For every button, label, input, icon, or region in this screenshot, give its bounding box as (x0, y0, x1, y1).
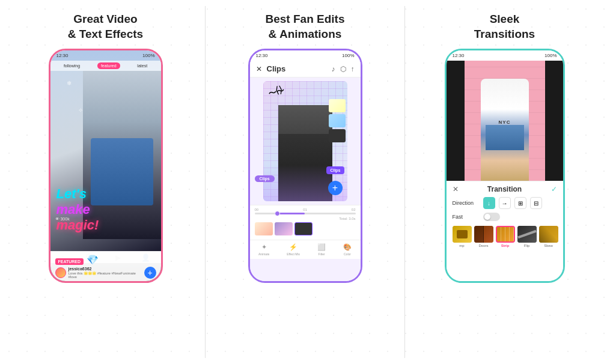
phone3-panel-header: ✕ Transition ✓ (453, 185, 557, 193)
phone1-username: jessica6362 (69, 267, 144, 271)
thumb-strip-img (496, 226, 515, 243)
phone2-status-bar: 12:30 100% (250, 50, 361, 61)
phone3-direction-row: Direction ↓ → ⊞ ⊟ (453, 197, 557, 209)
phone2-clip-thumb-2[interactable] (275, 222, 293, 235)
music-icon[interactable]: ♪ (332, 65, 335, 73)
direction-down-button[interactable]: ↓ (483, 197, 495, 209)
phone3-transition-thumbnails: mp Doors (453, 226, 557, 247)
thumb-strip-label: Strip (501, 244, 510, 247)
phone3-transition-panel: ✕ Transition ✓ Direction ↓ → ⊞ ⊟ Fas (447, 181, 563, 251)
transition-thumb-strip[interactable]: Strip (496, 226, 515, 247)
phone3-video-center: NYC (465, 61, 545, 181)
phone3-girl-silhouette: NYC (481, 79, 529, 181)
phone2-header-icons: ♪ ⬡ ↑ (332, 65, 355, 73)
effect-mix-icon: ⚡ (289, 243, 297, 251)
thumb-skew-label: Skew (544, 244, 553, 247)
phone2-timeline-thumb[interactable] (275, 211, 280, 216)
phone1-time: 12:30 (56, 53, 69, 58)
phone2-girl-figure (278, 105, 332, 201)
thumb-flip-label: Flip (524, 244, 530, 247)
direction-label: Direction (453, 200, 480, 206)
transition-thumb-skew[interactable]: Skew (539, 226, 558, 247)
animate-label: Animate (258, 252, 269, 256)
divider-1 (205, 6, 206, 358)
phone2-nav-effect-mix[interactable]: ⚡ Effect Mix (287, 243, 300, 256)
col2-title-line2: & Animations (269, 28, 342, 40)
thumb-doors-label: Doors (478, 244, 488, 247)
phone2-thumb-item-2 (329, 114, 346, 127)
column-3-title: Sleek Transitions (474, 6, 535, 41)
phone2-clip-thumb-3[interactable] (294, 222, 313, 235)
phone3-screen: 12:30 100% NYC (447, 50, 563, 281)
layers-icon[interactable]: ⬡ (340, 65, 346, 73)
phone1-make-text: make (56, 202, 99, 217)
color-label: Color (344, 252, 351, 256)
phone2-clips-tab[interactable]: Clips (255, 175, 275, 182)
direction-right-button[interactable]: → (499, 197, 511, 209)
phone2-add-button[interactable]: + (328, 181, 343, 195)
panel-title: Transition (487, 185, 522, 193)
phone1-love-text: Love this 🌟🌟🌟 #feature #NewFunimate #lov… (69, 271, 144, 279)
phone2-thumb-item-1 (329, 99, 346, 112)
phone3-video-right-bar (545, 61, 563, 181)
phone1-avatar (55, 267, 66, 278)
column-1-title: Great Video & Text Effects (68, 6, 143, 41)
phone2-nav-animate[interactable]: ✦ Animate (258, 243, 269, 256)
transition-thumb-doors[interactable]: Doors (474, 226, 493, 247)
phone1-nav-latest[interactable]: latest (133, 62, 151, 69)
phone2-timeline-markers: 000102 (255, 208, 356, 211)
phone2-clips-title: Clips (267, 64, 327, 73)
phone2-nav-color[interactable]: 🎨 Color (343, 243, 352, 256)
filter-label: Filter (318, 252, 325, 256)
phone2-canvas-container: 〜〜 ⟨⟩ YOU'RE BEAUTIFUL ✋ (250, 81, 361, 201)
phone3-battery: 100% (544, 53, 557, 58)
phone1-magic-text: magic! (56, 217, 99, 233)
direction-other-button[interactable]: ⊟ (530, 197, 542, 209)
thumb-flip-img (517, 226, 537, 243)
divider-2 (404, 6, 405, 358)
panel-check-icon[interactable]: ✓ (551, 185, 557, 193)
phone3-pink-background: NYC (465, 61, 545, 181)
phone2-clips-badge: Clips (326, 166, 344, 174)
transition-thumb-flip[interactable]: Flip (517, 226, 537, 247)
column-video-effects: Great Video & Text Effects 12:30 100% fo… (12, 6, 199, 283)
phone2-nav-filter[interactable]: ⬜ Filter (317, 243, 326, 256)
phone2-thumb-item-3 (329, 129, 346, 142)
phone1-battery: 100% (142, 53, 154, 58)
title-line1: Great Video (73, 13, 137, 25)
fast-toggle[interactable] (483, 213, 500, 221)
phone1-nav-bar[interactable]: following featured latest (50, 61, 161, 71)
direction-grid-button[interactable]: ⊞ (514, 197, 526, 209)
col3-title-line2: Transitions (474, 28, 535, 40)
animate-icon: ✦ (261, 243, 267, 251)
phone2-timeline-bar[interactable] (255, 213, 356, 214)
panel-close-icon[interactable]: ✕ (453, 185, 459, 193)
fast-label: Fast (453, 214, 480, 220)
effect-mix-label: Effect Mix (287, 252, 300, 256)
thumb-mp-label: mp (459, 244, 464, 247)
phone1-add-button[interactable]: + (144, 267, 156, 279)
phone3-time: 12:30 (453, 53, 465, 58)
phone2-screen: 12:30 100% ✕ Clips ♪ ⬡ ↑ (250, 50, 361, 281)
phone2-timeline: 000102 Total: 3.0s (250, 205, 361, 240)
phone1-text-overlay: Let's make magic! (56, 186, 99, 233)
phone-mockup-3: 12:30 100% NYC (445, 49, 565, 283)
phone2-clip-thumb-1[interactable] (255, 222, 273, 235)
phone1-lets-text: Let's (56, 186, 87, 201)
phone2-clip-thumbnails (255, 220, 356, 237)
title-line2: & Text Effects (68, 28, 143, 40)
phone2-time: 12:30 (256, 53, 268, 58)
transition-thumb-mp[interactable]: mp (453, 226, 472, 247)
phone1-bottom-bar: FEATURED 💎 jessica6362 Love this 🌟🌟🌟 #fe… (50, 252, 161, 281)
column-transitions: Sleek Transitions 12:30 100% (411, 6, 598, 283)
phone2-close-icon[interactable]: ✕ (256, 65, 262, 73)
share-icon[interactable]: ↑ (351, 65, 355, 73)
column-fan-edits: Best Fan Edits & Animations 12:30 100% ✕… (212, 6, 398, 283)
phone2-canvas: 〜〜 ⟨⟩ YOU'RE BEAUTIFUL ✋ (263, 81, 347, 201)
phone1-nav-featured[interactable]: featured (97, 62, 120, 69)
phone1-nav-following[interactable]: following (60, 62, 84, 69)
phone1-user-row: jessica6362 Love this 🌟🌟🌟 #feature #NewF… (55, 267, 156, 279)
toggle-knob (484, 214, 490, 220)
phone2-header: ✕ Clips ♪ ⬡ ↑ (250, 61, 361, 77)
main-container: Great Video & Text Effects 12:30 100% fo… (0, 0, 610, 364)
